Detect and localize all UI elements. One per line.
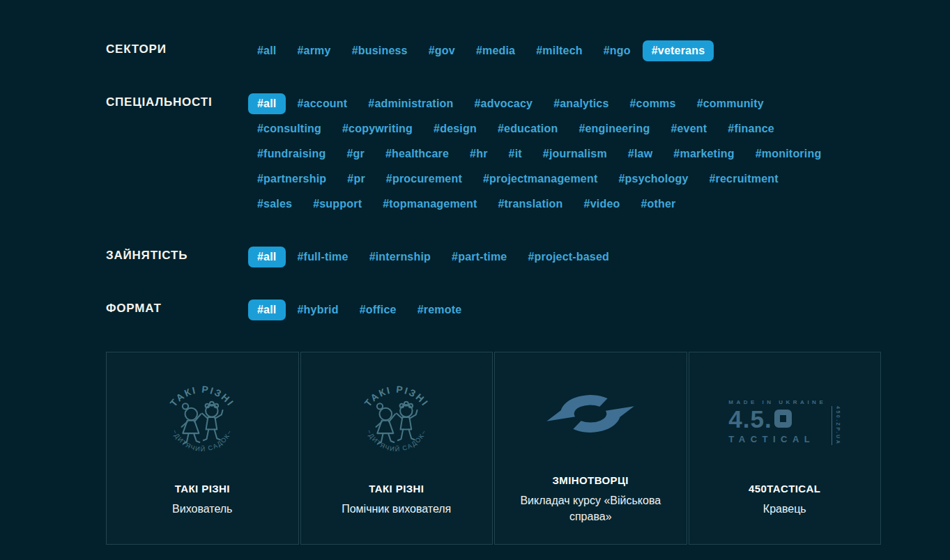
filter-label: СПЕЦІАЛЬНОСТІ xyxy=(106,91,248,217)
filter-chip-media[interactable]: #media xyxy=(467,40,524,61)
job-position: Кравець xyxy=(763,501,806,517)
filter-chip-all[interactable]: #all xyxy=(248,93,286,114)
filter-chip-event[interactable]: #event xyxy=(661,118,716,139)
filter-section-2: СПЕЦІАЛЬНОСТІ#all#account#administration… xyxy=(106,91,950,217)
filter-chip-pr[interactable]: #pr xyxy=(338,169,374,189)
chip-row: #all#army#business#gov#media#miltech#ngo… xyxy=(248,38,714,63)
filter-section-3: ЗАЙНЯТІСТЬ#all#full-time#internship#part… xyxy=(106,244,950,270)
filter-chip-support[interactable]: #support xyxy=(304,194,371,215)
filter-chip-advocacy[interactable]: #advocacy xyxy=(465,93,542,114)
filters-panel: СЕКТОРИ#all#army#business#gov#media#milt… xyxy=(106,38,950,322)
logo-made-in-ukraine-text: MADE IN UKRAINE xyxy=(728,399,826,405)
filter-chip-ngo[interactable]: #ngo xyxy=(595,40,640,61)
filter-chip-all[interactable]: #all xyxy=(248,300,286,320)
chip-row: #sales#support#topmanagement#translation… xyxy=(248,192,830,217)
450tactical-logo: MADE IN UKRAINE 4.5. TACTICAL 450.ZP.UA xyxy=(728,399,841,445)
450tactical-logo-box: MADE IN UKRAINE 4.5. TACTICAL 450.ZP.UA xyxy=(728,380,841,464)
zminotvortsi-arrows-logo xyxy=(546,384,634,444)
svg-text:ТАКІ РІЗНІ: ТАКІ РІЗНІ xyxy=(362,384,431,409)
filter-chip-rows: #all#full-time#internship#part-time#proj… xyxy=(248,244,618,270)
filter-chip-rows: #all#account#administration#advocacy#ana… xyxy=(248,91,830,217)
zminotvortsi-logo-box xyxy=(546,372,634,456)
logo-tactical-text: TACTICAL xyxy=(728,434,826,444)
filter-chip-rows: #all#hybrid#office#remote xyxy=(248,297,470,322)
filter-chip-internship[interactable]: #internship xyxy=(360,247,440,267)
chip-row: #all#full-time#internship#part-time#proj… xyxy=(248,244,618,270)
filter-chip-miltech[interactable]: #miltech xyxy=(527,40,592,61)
chip-row: #partnership#pr#procurement#projectmanag… xyxy=(248,166,830,192)
filter-chip-psychology[interactable]: #psychology xyxy=(609,169,697,189)
filter-chip-analytics[interactable]: #analytics xyxy=(544,93,618,114)
taki-rizni-logo-box: ТАКІ РІЗНІ ~ДИТЯЧИЙ САДОК~ xyxy=(160,380,244,464)
taki-rizni-logo-box: ТАКІ РІЗНІ ~ДИТЯЧИЙ САДОК~ xyxy=(355,380,438,464)
filter-chip-hybrid[interactable]: #hybrid xyxy=(289,300,348,320)
job-position: Помічник вихователя xyxy=(342,501,451,517)
filter-chip-it[interactable]: #it xyxy=(500,143,531,164)
job-card[interactable]: ЗМІНОТВОРЦІВикладач курсу «Військова спр… xyxy=(494,352,687,545)
filter-chip-video[interactable]: #video xyxy=(575,194,629,215)
filter-label: СЕКТОРИ xyxy=(106,38,248,63)
filter-chip-healthcare[interactable]: #healthcare xyxy=(376,143,458,164)
job-cards-grid: ТАКІ РІЗНІ ~ДИТЯЧИЙ САДОК~ ТАКІ РІЗНІВих… xyxy=(106,352,881,545)
logo-square-zero-glyph xyxy=(774,410,792,428)
filter-chip-office[interactable]: #office xyxy=(351,300,406,320)
filter-chip-comms[interactable]: #comms xyxy=(621,93,685,114)
job-card[interactable]: ТАКІ РІЗНІ ~ДИТЯЧИЙ САДОК~ ТАКІ РІЗНІПом… xyxy=(300,352,493,545)
filter-chip-translation[interactable]: #translation xyxy=(489,194,572,215)
filter-chip-full-time[interactable]: #full-time xyxy=(289,247,358,267)
filter-chip-monitoring[interactable]: #monitoring xyxy=(746,143,831,164)
company-name: ЗМІНОТВОРЦІ xyxy=(553,474,629,488)
filter-chip-design[interactable]: #design xyxy=(424,118,486,139)
taki-rizni-kindergarten-logo: ТАКІ РІЗНІ ~ДИТЯЧИЙ САДОК~ xyxy=(160,381,244,462)
filter-chip-all[interactable]: #all xyxy=(248,40,286,61)
filter-chip-all[interactable]: #all xyxy=(248,247,286,267)
company-name: ТАКІ РІЗНІ xyxy=(175,482,230,496)
logo-450zpua-vertical-text: 450.ZP.UA xyxy=(832,406,841,445)
filter-chip-part-time[interactable]: #part-time xyxy=(443,247,516,267)
filter-chip-finance[interactable]: #finance xyxy=(719,118,783,139)
filter-chip-gov[interactable]: #gov xyxy=(420,40,464,61)
chip-row: #fundraising#gr#healthcare#hr#it#journal… xyxy=(248,141,830,166)
filter-chip-administration[interactable]: #administration xyxy=(359,93,462,114)
filter-section-1: СЕКТОРИ#all#army#business#gov#media#milt… xyxy=(106,38,950,63)
filter-chip-army[interactable]: #army xyxy=(289,40,340,61)
company-name: 450TACTICAL xyxy=(749,482,820,496)
company-name: ТАКІ РІЗНІ xyxy=(369,482,424,496)
svg-text:~ДИТЯЧИЙ САДОК~: ~ДИТЯЧИЙ САДОК~ xyxy=(171,428,233,453)
filter-chip-fundraising[interactable]: #fundraising xyxy=(248,143,335,164)
filter-chip-veterans[interactable]: #veterans xyxy=(643,40,714,61)
filter-chip-hr[interactable]: #hr xyxy=(461,143,497,164)
filter-chip-marketing[interactable]: #marketing xyxy=(664,143,743,164)
logo-450-number: 4.5. xyxy=(728,407,826,431)
chip-row: #consulting#copywriting#design#education… xyxy=(248,116,830,141)
filter-chip-projectmanagement[interactable]: #projectmanagement xyxy=(474,169,607,189)
filter-chip-community[interactable]: #community xyxy=(688,93,773,114)
job-card[interactable]: MADE IN UKRAINE 4.5. TACTICAL 450.ZP.UA … xyxy=(689,352,882,545)
chip-row: #all#hybrid#office#remote xyxy=(248,297,470,322)
filter-chip-procurement[interactable]: #procurement xyxy=(377,169,471,189)
filter-section-4: ФОРМАТ#all#hybrid#office#remote xyxy=(106,297,950,322)
filter-chip-remote[interactable]: #remote xyxy=(408,300,471,320)
filter-chip-law[interactable]: #law xyxy=(619,143,662,164)
filter-chip-partnership[interactable]: #partnership xyxy=(248,169,335,189)
taki-rizni-kindergarten-logo: ТАКІ РІЗНІ ~ДИТЯЧИЙ САДОК~ xyxy=(355,381,438,462)
filter-chip-recruitment[interactable]: #recruitment xyxy=(700,169,788,189)
chip-row: #all#account#administration#advocacy#ana… xyxy=(248,91,830,116)
filter-chip-education[interactable]: #education xyxy=(489,118,567,139)
job-position: Вихователь xyxy=(172,501,232,517)
filter-chip-project-based[interactable]: #project-based xyxy=(519,247,618,267)
filter-chip-gr[interactable]: #gr xyxy=(337,143,374,164)
filter-chip-topmanagement[interactable]: #topmanagement xyxy=(374,194,486,215)
filter-label: ЗАЙНЯТІСТЬ xyxy=(106,244,248,270)
filter-chip-business[interactable]: #business xyxy=(343,40,417,61)
filter-chip-other[interactable]: #other xyxy=(631,194,684,215)
filter-chip-account[interactable]: #account xyxy=(289,93,357,114)
filter-chip-consulting[interactable]: #consulting xyxy=(248,118,330,139)
filter-chip-journalism[interactable]: #journalism xyxy=(534,143,616,164)
filter-chip-engineering[interactable]: #engineering xyxy=(569,118,659,139)
filter-chip-sales[interactable]: #sales xyxy=(248,194,301,215)
job-position: Викладач курсу «Військова справа» xyxy=(509,492,673,524)
job-card[interactable]: ТАКІ РІЗНІ ~ДИТЯЧИЙ САДОК~ ТАКІ РІЗНІВих… xyxy=(106,352,299,545)
filter-chip-rows: #all#army#business#gov#media#miltech#ngo… xyxy=(248,38,714,63)
filter-chip-copywriting[interactable]: #copywriting xyxy=(333,118,422,139)
